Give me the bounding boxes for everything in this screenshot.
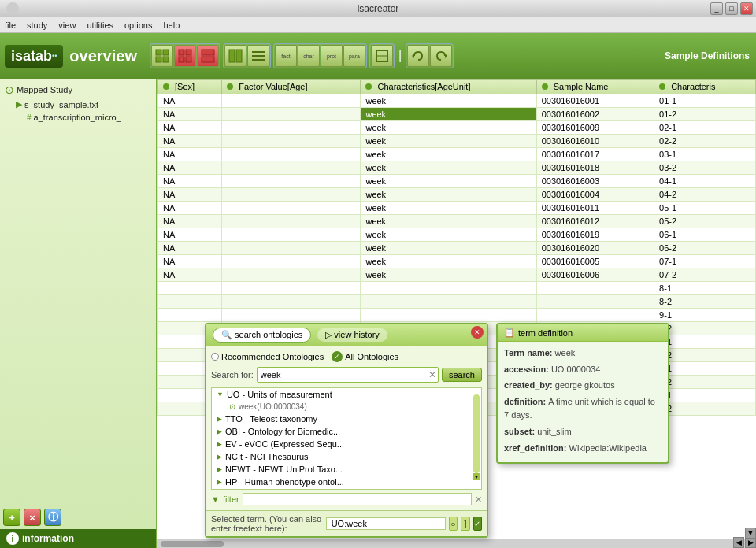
cell-extra-2[interactable] — [361, 295, 536, 309]
cell-char[interactable]: week — [361, 135, 536, 148]
table-row[interactable]: NAweek00301601600201-2 — [158, 108, 756, 121]
col-char-ageunit[interactable]: Characteristics[AgeUnit] — [361, 80, 536, 94]
cell-sex[interactable]: NA — [158, 202, 222, 215]
ont-result-hp[interactable]: ▶ HP - Human phenotype ontol... — [212, 476, 481, 488]
cell-factor[interactable] — [222, 148, 361, 161]
cell-extra[interactable]: 04-1 — [654, 175, 756, 188]
cell-extra-0[interactable] — [158, 282, 222, 295]
menu-options[interactable]: options — [124, 20, 152, 30]
cell-factor[interactable] — [222, 135, 361, 148]
add-item-button[interactable]: + — [3, 509, 20, 526]
info-button[interactable]: ⓘ — [44, 509, 61, 526]
table-row[interactable]: NAweek00301601600304-1 — [158, 175, 756, 188]
cell-sex[interactable]: NA — [158, 94, 222, 108]
cell-char[interactable]: week — [361, 242, 536, 255]
cell-sample[interactable]: 003016016002 — [536, 108, 654, 121]
cell-extra[interactable]: 02-1 — [654, 121, 756, 135]
cell-factor[interactable] — [222, 161, 361, 175]
cell-char[interactable]: week — [361, 148, 536, 161]
radio-recommended[interactable]: Recommended Ontologies — [211, 352, 324, 361]
cell-extra[interactable]: 06-2 — [654, 242, 756, 255]
cell-factor[interactable] — [222, 268, 361, 282]
ont-result-ev[interactable]: ▶ EV - eVOC (Expressed Sequ... — [212, 438, 481, 450]
cell-sex[interactable]: NA — [158, 255, 222, 268]
ont-result-ncit[interactable]: ▶ NCIt - NCI Thesaurus — [212, 450, 481, 463]
cell-extra[interactable]: 03-2 — [654, 161, 756, 175]
toolbar-btn-fact[interactable]: fact — [275, 45, 297, 67]
cell-extra-2[interactable] — [361, 309, 536, 322]
maximize-button[interactable]: □ — [725, 2, 738, 15]
table-row[interactable]: NAweek00301601600101-1 — [158, 94, 756, 108]
cell-char[interactable]: week — [361, 188, 536, 202]
selected-term-input[interactable] — [326, 517, 446, 530]
cell-extra-4[interactable]: 9-1 — [654, 309, 756, 322]
toolbar-btn-redo[interactable] — [430, 45, 452, 67]
table-row[interactable]: NAweek00301601600607-2 — [158, 268, 756, 282]
sidebar-item-mapped-study[interactable]: ⊙ Mapped Study — [3, 82, 153, 98]
cell-extra-4[interactable]: 8-2 — [654, 295, 756, 309]
cell-char[interactable]: week — [361, 108, 536, 121]
col-factor-age[interactable]: Factor Value[Age] — [222, 80, 361, 94]
table-row[interactable]: NAweek00301601600404-2 — [158, 188, 756, 202]
list-scrollbar-thumb[interactable] — [473, 394, 480, 473]
table-row[interactable]: NAweek00301601601205-2 — [158, 215, 756, 228]
menu-study[interactable]: study — [27, 20, 47, 30]
nav-down-arrow[interactable]: ▼ — [745, 528, 756, 539]
cell-extra-3[interactable] — [536, 295, 654, 309]
term-clear-button[interactable]: ○ — [449, 517, 458, 531]
radio-all[interactable]: ✓ All Ontologies — [332, 351, 398, 362]
cell-sample[interactable]: 003016016006 — [536, 268, 654, 282]
menu-file[interactable]: file — [5, 20, 16, 30]
cell-sample[interactable]: 003016016010 — [536, 135, 654, 148]
ontology-search-input[interactable] — [258, 368, 427, 381]
table-row[interactable]: NAweek00301601600902-1 — [158, 121, 756, 135]
toolbar-btn-grid2[interactable] — [174, 45, 196, 67]
cell-extra-0[interactable] — [158, 309, 222, 322]
minimize-button[interactable]: _ — [710, 2, 723, 15]
cell-factor[interactable] — [222, 228, 361, 242]
ont-result-obi[interactable]: ▶ OBI - Ontology for Biomedic... — [212, 425, 481, 438]
table-row[interactable]: NAweek00301601600507-1 — [158, 255, 756, 268]
cell-sample[interactable]: 003016016001 — [536, 94, 654, 108]
cell-sample[interactable]: 003016016012 — [536, 215, 654, 228]
cell-extra-3[interactable] — [536, 309, 654, 322]
cell-char[interactable]: week — [361, 94, 536, 108]
close-button[interactable]: ✕ — [740, 2, 753, 15]
toolbar-btn-grid3[interactable] — [197, 45, 219, 67]
cell-factor[interactable] — [222, 121, 361, 135]
cell-extra[interactable]: 07-1 — [654, 255, 756, 268]
col-sample-name[interactable]: Sample Name — [536, 80, 654, 94]
table-row-extra[interactable]: 9-1 — [158, 309, 756, 322]
cell-sex[interactable]: NA — [158, 228, 222, 242]
cell-extra[interactable]: 01-1 — [654, 94, 756, 108]
sidebar-item-transcription[interactable]: # a_transcription_micro_ — [25, 111, 153, 124]
cell-char[interactable]: week — [361, 121, 536, 135]
cell-char[interactable]: week — [361, 268, 536, 282]
cell-factor[interactable] — [222, 94, 361, 108]
cell-extra[interactable]: 05-2 — [654, 215, 756, 228]
toolbar-btn-grid1[interactable] — [151, 45, 173, 67]
term-bracket-button[interactable]: ] — [461, 517, 469, 531]
cell-extra-1[interactable] — [222, 282, 361, 295]
cell-sex[interactable]: NA — [158, 161, 222, 175]
remove-item-button[interactable]: × — [24, 509, 41, 526]
cell-sex[interactable]: NA — [158, 242, 222, 255]
cell-factor[interactable] — [222, 175, 361, 188]
menu-help[interactable]: help — [163, 20, 180, 30]
cell-char[interactable]: week — [361, 215, 536, 228]
cell-extra-1[interactable] — [222, 295, 361, 309]
cell-extra[interactable]: 06-1 — [654, 228, 756, 242]
cell-sex[interactable]: NA — [158, 108, 222, 121]
cell-extra[interactable]: 07-2 — [654, 268, 756, 282]
toolbar-btn-grid4[interactable] — [224, 45, 246, 67]
cell-sample[interactable]: 003016016019 — [536, 228, 654, 242]
table-row[interactable]: NAweek00301601602006-2 — [158, 242, 756, 255]
cell-sex[interactable]: NA — [158, 215, 222, 228]
menu-utilities[interactable]: utilities — [87, 20, 113, 30]
ont-result-uo[interactable]: ▼ UO - Units of measurement — [212, 388, 481, 401]
nav-right-arrow[interactable]: ▶ — [745, 537, 756, 548]
cell-sex[interactable]: NA — [158, 135, 222, 148]
table-row[interactable]: NAweek00301601601002-2 — [158, 135, 756, 148]
search-button[interactable]: search — [442, 368, 482, 382]
col-characteristics[interactable]: Characteris — [654, 80, 756, 94]
